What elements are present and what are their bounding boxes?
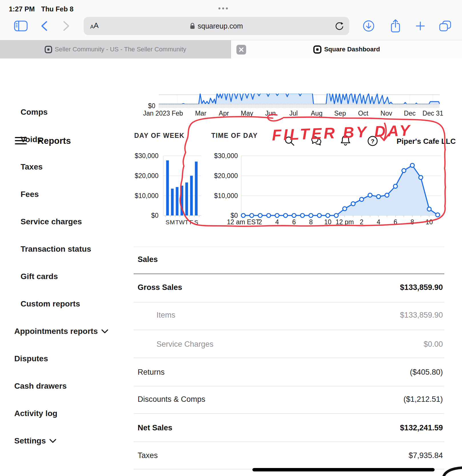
sidebar-item-label: Settings [14, 436, 46, 445]
sidebar-item-fees[interactable]: Fees [21, 188, 39, 201]
close-tab-icon[interactable] [236, 45, 246, 55]
square-logo-icon [313, 45, 322, 54]
month-tick-label: Feb [172, 110, 183, 117]
tab-title: Seller Community - US - The Seller Commu… [55, 46, 186, 53]
sidebar-item-comps[interactable]: Comps [21, 106, 48, 118]
y-tick-label: $30,000 [135, 153, 158, 160]
month-tick-label: Oct [358, 110, 368, 117]
new-tab-icon[interactable] [415, 21, 425, 31]
tab-seller-community[interactable]: Seller Community - US - The Seller Commu… [0, 40, 231, 59]
data-point-11pm [436, 213, 440, 217]
row-label: Net Sales [138, 423, 172, 432]
sidebar-item-service-charges[interactable]: Service charges [21, 215, 82, 228]
table-divider [134, 247, 444, 247]
day-of-week-title: DAY OF WEEK [134, 132, 184, 140]
month-tick-label: Jul [289, 110, 298, 117]
sidebar-item-custom-reports[interactable]: Custom reports [21, 298, 80, 310]
data-point-5am [284, 213, 288, 217]
multitasking-dots-icon[interactable] [218, 7, 228, 9]
day-tick-label: S [166, 219, 170, 225]
sidebar-item-appointments-reports[interactable]: Appointments reports [14, 325, 109, 338]
sidebar-item-label: Disputes [14, 354, 48, 363]
day-tick-label: M [170, 219, 175, 225]
month-tick-label: Nov [381, 110, 392, 117]
sidebar-item-taxes[interactable]: Taxes [21, 161, 43, 173]
corner-mark [440, 465, 462, 476]
bar-S-0 [166, 160, 169, 215]
tab-title: Square Dashboard [324, 46, 380, 53]
sidebar-item-voids[interactable]: Voids [21, 133, 42, 146]
data-point-9pm [419, 176, 423, 179]
table-divider [134, 413, 444, 414]
month-tick-label: May [241, 110, 253, 117]
annotation-arrow-down [379, 123, 389, 140]
data-point-2pm [359, 197, 363, 201]
table-divider [134, 441, 444, 442]
data-point-4am [275, 213, 279, 217]
row-label: Returns [138, 368, 165, 377]
day-tick-label: F [190, 219, 193, 225]
data-point-7pm [402, 169, 406, 173]
back-icon[interactable] [40, 21, 48, 31]
forward-icon[interactable] [63, 21, 71, 31]
url-text: squareup.com [198, 22, 243, 30]
sidebar-item-activity-log[interactable]: Activity log [14, 407, 57, 420]
status-date: Thu Feb 8 [41, 5, 73, 13]
month-tick-label: Dec [404, 110, 416, 117]
sidebar-item-gift-cards[interactable]: Gift cards [21, 270, 58, 283]
messages-icon[interactable] [311, 135, 322, 147]
tabs-overview-icon[interactable] [439, 20, 451, 32]
sidebar-item-transaction-status[interactable]: Transaction status [21, 243, 91, 255]
hour-tick-label: 6 [292, 218, 296, 226]
row-value: ($1,212.51) [403, 395, 443, 404]
row-value: ($405.80) [410, 368, 443, 377]
share-icon[interactable] [390, 19, 401, 33]
hour-tick-label: 2 [360, 218, 363, 226]
notifications-bell-icon[interactable] [340, 135, 351, 147]
download-icon[interactable] [363, 20, 375, 32]
home-indicator[interactable] [252, 468, 435, 471]
mini-charts: $30,000$20,000$10,000$0SMTWTFS$30,000$20… [125, 153, 445, 227]
reload-icon[interactable] [334, 21, 344, 31]
data-point-2am [258, 213, 262, 217]
sidebar-item-label: Custom reports [21, 299, 80, 308]
table-divider [134, 330, 444, 330]
row-label: Items [156, 311, 175, 320]
row-value: $0.00 [423, 340, 443, 349]
month-tick-label: Jan 2023 [143, 110, 170, 117]
y-tick-label: $10,000 [214, 192, 238, 199]
chevron-down-icon [101, 329, 109, 334]
data-point-7am [300, 213, 304, 217]
row-value: $133,859.90 [400, 283, 443, 292]
safari-chrome: 1:27 PM Thu Feb 8 AA squareup.com [0, 0, 462, 40]
sidebar-toggle-icon[interactable] [14, 21, 28, 31]
data-point-1am [250, 213, 254, 217]
bar-W-3 [180, 186, 183, 216]
hour-tick-label: 12 pm [336, 218, 354, 226]
search-icon[interactable] [284, 135, 295, 147]
data-point-12am [241, 213, 245, 217]
data-point-9am [317, 213, 321, 217]
business-name[interactable]: Piper's Cafe LLC [397, 137, 456, 146]
data-point-11am [334, 213, 338, 217]
sidebar-item-settings[interactable]: Settings [14, 435, 57, 447]
sidebar-item-label: Appointments reports [14, 327, 98, 336]
month-tick-label: Mar [195, 110, 206, 117]
row-value: $133,859.90 [400, 311, 443, 320]
day-tick-label: T [175, 219, 179, 225]
help-icon[interactable]: ? [367, 135, 378, 147]
url-display[interactable]: squareup.com [84, 17, 349, 35]
data-point-12pm [343, 207, 347, 211]
table-section-divider [134, 273, 444, 274]
sidebar-item-disputes[interactable]: Disputes [14, 352, 48, 365]
y-tick-label: $20,000 [214, 172, 238, 179]
sidebar-item-label: Fees [21, 190, 39, 199]
day-tick-label: S [194, 219, 198, 225]
hour-tick-label: 4 [377, 218, 380, 226]
tab-square-dashboard[interactable]: Square Dashboard [231, 40, 462, 59]
sidebar-item-cash-drawers[interactable]: Cash drawers [14, 380, 67, 392]
hour-tick-label: 2 [258, 218, 262, 226]
time-of-day-title: TIME OF DAY [211, 132, 258, 140]
hour-tick-label: 10 [324, 218, 332, 226]
top-chart-axis-hatch [159, 104, 440, 108]
